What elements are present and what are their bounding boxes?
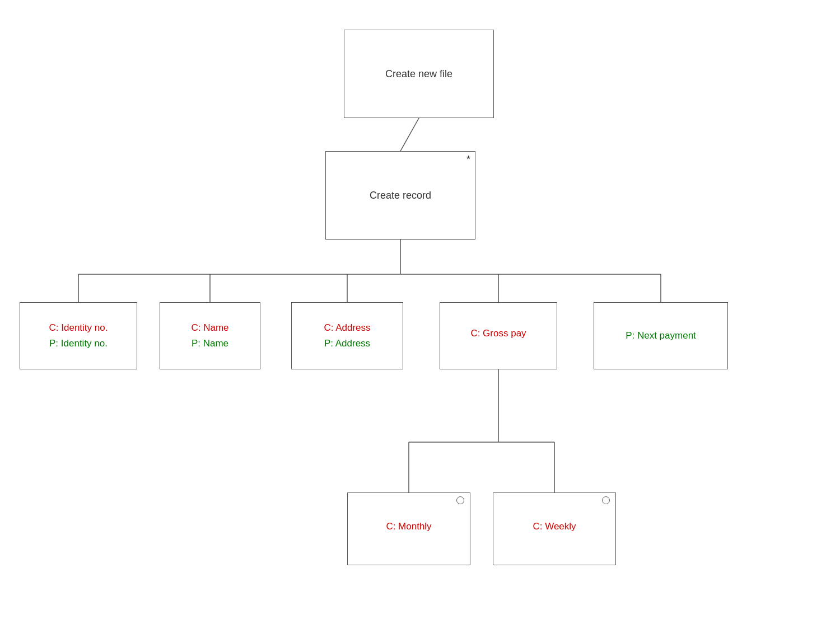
next-payment-node: P: Next payment [594,302,728,369]
name-p-label: P: Name [192,338,228,349]
address-node: C: Address P: Address [291,302,403,369]
name-c-label: C: Name [191,322,228,334]
monthly-c-label: C: Monthly [386,521,431,532]
create-record-asterisk: * [466,154,470,166]
gross-pay-node: C: Gross pay [440,302,557,369]
create-record-node: * Create record [325,151,475,240]
svg-line-0 [400,118,419,151]
next-payment-p-label: P: Next payment [626,330,696,341]
address-c-label: C: Address [324,322,370,334]
diagram-container: Create new file * Create record C: Ident… [0,0,840,638]
identity-no-p-label: P: Identity no. [49,338,108,349]
name-node: C: Name P: Name [160,302,260,369]
gross-pay-c-label: C: Gross pay [470,328,526,339]
address-p-label: P: Address [324,338,370,349]
create-record-label: Create record [370,190,431,201]
identity-no-c-label: C: Identity no. [49,322,108,334]
create-new-file-label: Create new file [385,68,452,80]
weekly-node: C: Weekly [493,492,616,565]
weekly-circle-marker [602,496,610,504]
monthly-circle-marker [456,496,464,504]
weekly-c-label: C: Weekly [533,521,576,532]
monthly-node: C: Monthly [347,492,470,565]
identity-no-node: C: Identity no. P: Identity no. [20,302,137,369]
create-new-file-node: Create new file [344,30,494,118]
